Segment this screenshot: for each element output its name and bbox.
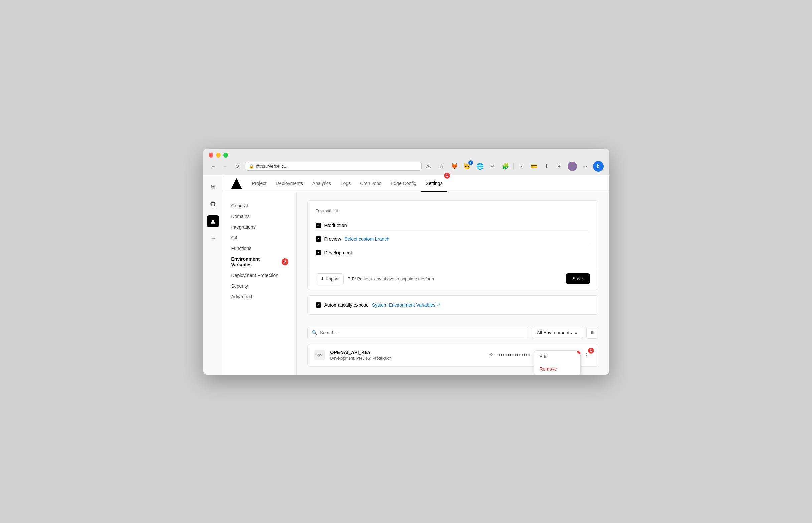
- url-bar[interactable]: 🔒 https://vercel.c...: [245, 162, 422, 170]
- traffic-lights: [208, 153, 604, 158]
- more-badge: 3: [588, 348, 594, 354]
- nav-item-settings[interactable]: Settings 1: [421, 175, 448, 192]
- var-row-card: </> OPENAI_API_KEY Development, Preview,…: [307, 344, 599, 366]
- cut-icon[interactable]: ✂: [488, 162, 497, 171]
- system-vars-label: System Environment Variables: [372, 302, 435, 308]
- import-icon: ⬇: [321, 276, 324, 281]
- preview-checkbox[interactable]: [316, 236, 321, 242]
- profile-icon-2[interactable]: 🐱 3: [462, 162, 472, 171]
- import-button[interactable]: ⬇ Import: [316, 273, 344, 284]
- content-area: General Domains Integrations Git Functio…: [223, 192, 609, 375]
- development-checkbox[interactable]: [316, 250, 321, 255]
- settings-nav-env-vars[interactable]: Environment Variables 2: [223, 254, 296, 270]
- settings-nav-deployment-protection[interactable]: Deployment Protection: [223, 270, 296, 281]
- extensions-icon[interactable]: 🧩: [501, 162, 510, 171]
- wallet-icon[interactable]: 💳: [530, 162, 539, 171]
- env-row-production: Production: [316, 219, 590, 232]
- sidebar-icon-grid[interactable]: ⊞: [207, 181, 219, 193]
- back-button[interactable]: ←: [208, 162, 218, 171]
- search-input[interactable]: [320, 330, 524, 336]
- environment-section: Environment Production Preview Select cu…: [308, 201, 598, 268]
- custom-branch-link[interactable]: Select custom branch: [344, 236, 389, 242]
- user-avatar[interactable]: [568, 162, 577, 171]
- var-envs: Development, Preview, Production: [331, 356, 483, 361]
- nav-item-deployments[interactable]: Deployments: [271, 175, 308, 192]
- auto-expose-card: Automatically expose System Environment …: [307, 295, 599, 315]
- nav-item-analytics[interactable]: Analytics: [308, 175, 336, 192]
- auto-expose-section: Automatically expose System Environment …: [308, 295, 598, 314]
- top-nav: Project Deployments Analytics Logs Cron …: [223, 175, 609, 192]
- browser-icons: Aᵥ ☆ 🦊 🐱 3 🌐 ✂ 🧩 ⊡ 💳 ⬇ ⊞ ⋯ b: [424, 161, 604, 172]
- env-vars-badge: 2: [282, 258, 288, 265]
- more-options-button[interactable]: ⋮ 3 Edit Remove 4: [582, 350, 591, 360]
- filter-icon-button[interactable]: ≡: [586, 327, 599, 339]
- filter-icon: ≡: [591, 330, 594, 336]
- translate-icon[interactable]: 🌐: [475, 162, 485, 171]
- browser-window: ← → ↻ 🔒 https://vercel.c... Aᵥ ☆ 🦊 🐱 3 🌐…: [203, 149, 609, 375]
- dropdown-remove[interactable]: Remove: [534, 363, 581, 375]
- more-icon[interactable]: ⋯: [581, 162, 590, 171]
- settings-nav-general[interactable]: General: [223, 200, 296, 211]
- search-icon: 🔍: [312, 330, 318, 336]
- lock-icon: 🔒: [249, 164, 254, 168]
- preview-label: Preview: [324, 236, 341, 242]
- settings-nav-git[interactable]: Git: [223, 232, 296, 243]
- forward-button[interactable]: →: [221, 162, 230, 171]
- url-text: https://vercel.c...: [256, 163, 288, 168]
- profile-icon-1[interactable]: 🦊: [450, 162, 459, 171]
- dropdown-edit[interactable]: Edit: [534, 351, 581, 363]
- env-row-preview: Preview Select custom branch: [316, 232, 590, 246]
- var-name: OPENAI_API_KEY: [331, 350, 483, 355]
- production-checkbox[interactable]: [316, 223, 321, 228]
- divider: [513, 163, 514, 169]
- auto-expose-text: Automatically expose: [324, 302, 369, 308]
- settings-nav-advanced[interactable]: Advanced: [223, 291, 296, 302]
- eye-icon[interactable]: 👁: [488, 352, 493, 358]
- chevron-down-icon: ⌄: [574, 330, 578, 336]
- development-label: Development: [324, 250, 352, 255]
- var-value-dots: ••••••••••••••: [498, 353, 531, 358]
- nav-item-cron-jobs[interactable]: Cron Jobs: [355, 175, 386, 192]
- external-link-icon: ↗: [437, 303, 440, 307]
- env-row-development: Development: [316, 246, 590, 259]
- import-label: Import: [326, 276, 339, 281]
- settings-nav-domains[interactable]: Domains: [223, 211, 296, 222]
- search-input-wrapper: 🔍: [307, 327, 529, 338]
- settings-nav-badge: 1: [444, 173, 450, 179]
- traffic-light-green[interactable]: [223, 153, 228, 158]
- nav-item-edge-config[interactable]: Edge Config: [386, 175, 421, 192]
- environment-label: Environment: [316, 209, 590, 213]
- env-filter-select[interactable]: All Environments ⌄: [532, 327, 583, 338]
- sidebar-icons: ⊞ +: [203, 175, 223, 375]
- three-dots-icon: ⋮: [584, 352, 589, 359]
- main-content: Project Deployments Analytics Logs Cron …: [223, 175, 609, 375]
- nav-item-logs[interactable]: Logs: [336, 175, 355, 192]
- sidebar-icon[interactable]: ⊡: [517, 162, 526, 171]
- traffic-light-yellow[interactable]: [216, 153, 221, 158]
- system-vars-link[interactable]: System Environment Variables ↗: [372, 302, 440, 308]
- sidebar-icon-vercel[interactable]: [207, 215, 219, 228]
- save-button[interactable]: Save: [566, 273, 590, 284]
- refresh-button[interactable]: ↻: [232, 162, 242, 171]
- settings-nav-integrations[interactable]: Integrations: [223, 222, 296, 232]
- download-icon[interactable]: ⬇: [542, 162, 552, 171]
- settings-nav-security[interactable]: Security: [223, 281, 296, 291]
- star-icon[interactable]: ☆: [437, 162, 447, 171]
- extensions2-icon[interactable]: ⊞: [555, 162, 564, 171]
- settings-nav-functions[interactable]: Functions: [223, 243, 296, 254]
- sidebar-icon-github[interactable]: [207, 198, 219, 210]
- bidu-button[interactable]: b: [593, 161, 604, 172]
- settings-sidebar: General Domains Integrations Git Functio…: [223, 192, 297, 375]
- auto-expose-checkbox[interactable]: [316, 302, 321, 308]
- sidebar-icon-add[interactable]: +: [207, 233, 219, 245]
- read-mode-icon[interactable]: Aᵥ: [424, 162, 434, 171]
- env-filter-label: All Environments: [537, 330, 572, 336]
- nav-item-project[interactable]: Project: [247, 175, 271, 192]
- browser-chrome: ← → ↻ 🔒 https://vercel.c... Aᵥ ☆ 🦊 🐱 3 🌐…: [203, 149, 609, 175]
- app-layout: ⊞ + Project Deployments: [203, 175, 609, 375]
- vercel-logo: [231, 178, 242, 189]
- var-info: OPENAI_API_KEY Development, Preview, Pro…: [331, 350, 483, 361]
- traffic-light-red[interactable]: [208, 153, 213, 158]
- production-label: Production: [324, 223, 347, 228]
- tip-prefix: TIP:: [347, 276, 356, 281]
